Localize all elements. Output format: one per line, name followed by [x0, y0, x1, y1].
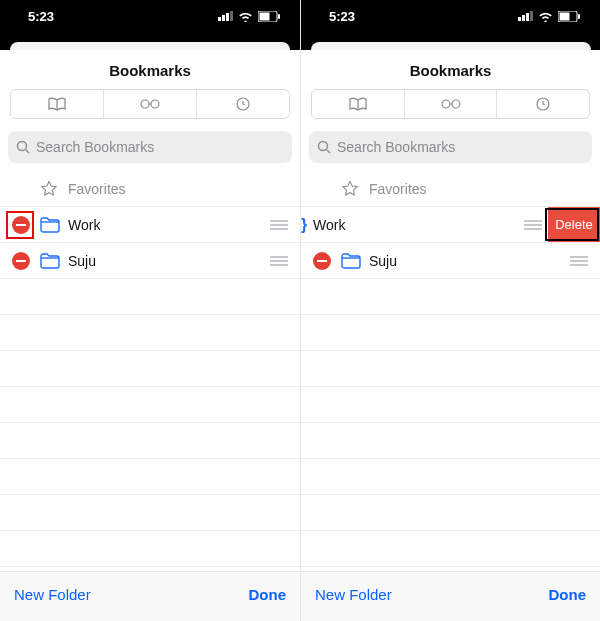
folder-icon	[341, 253, 361, 269]
drag-handle-icon[interactable]	[270, 220, 288, 230]
tab-bookmarks[interactable]	[11, 90, 103, 118]
page-title: Bookmarks	[0, 50, 300, 89]
drag-handle-icon[interactable]	[270, 256, 288, 266]
segmented-control[interactable]	[10, 89, 290, 119]
new-folder-button[interactable]: New Folder	[315, 586, 392, 603]
search-input[interactable]: Search Bookmarks	[309, 131, 592, 163]
favorites-label: Favorites	[369, 181, 427, 197]
delete-label: Delete	[555, 217, 593, 232]
folder-row-suju[interactable]: Suju	[0, 243, 300, 279]
done-button[interactable]: Done	[549, 586, 587, 603]
empty-row	[0, 459, 300, 495]
clock-icon	[536, 97, 550, 111]
folder-name: Suju	[369, 253, 397, 269]
search-icon	[317, 140, 331, 154]
folder-row-suju[interactable]: Suju	[301, 243, 600, 279]
folder-row-work[interactable]: Work	[0, 207, 300, 243]
folder-icon	[40, 217, 60, 233]
empty-row	[301, 495, 600, 531]
svg-rect-5	[260, 12, 270, 20]
svg-rect-1	[222, 15, 225, 21]
folder-name: Work	[313, 217, 345, 233]
empty-row	[0, 351, 300, 387]
svg-rect-2	[226, 13, 229, 21]
favorites-row[interactable]: Favorites	[0, 171, 300, 207]
empty-row	[301, 387, 600, 423]
tab-history[interactable]	[496, 90, 589, 118]
favorites-label: Favorites	[68, 181, 126, 197]
tab-bookmarks[interactable]	[312, 90, 404, 118]
folder-name: Work	[68, 217, 100, 233]
bookmarks-list: Favorites } Work Delete Suju	[301, 171, 600, 571]
empty-row	[0, 531, 300, 567]
search-input[interactable]: Search Bookmarks	[8, 131, 292, 163]
glasses-icon	[139, 99, 161, 109]
screenshot-right: 5:23 Bookmarks Search Bookmarks	[300, 0, 600, 621]
battery-icon	[558, 11, 580, 22]
star-icon	[40, 180, 58, 198]
book-icon	[348, 97, 368, 111]
favorites-row[interactable]: Favorites	[301, 171, 600, 207]
screenshot-left: 5:23 Bookmarks Search Bookmarks	[0, 0, 300, 621]
book-icon	[47, 97, 67, 111]
svg-rect-19	[530, 11, 533, 21]
svg-rect-16	[518, 17, 521, 21]
svg-line-29	[327, 150, 330, 153]
sheet-behind	[0, 38, 300, 50]
svg-line-13	[26, 150, 29, 153]
star-icon	[341, 180, 359, 198]
cellular-icon	[218, 11, 233, 21]
drag-handle-icon[interactable]	[570, 256, 588, 266]
status-bar: 5:23	[301, 0, 600, 38]
empty-row	[301, 351, 600, 387]
drag-handle-icon[interactable]	[524, 220, 542, 230]
cellular-icon	[518, 11, 533, 21]
svg-rect-18	[526, 13, 529, 21]
empty-row	[301, 279, 600, 315]
empty-row	[0, 423, 300, 459]
svg-rect-3	[230, 11, 233, 21]
bottom-toolbar: New Folder Done	[0, 571, 300, 621]
delete-minus-icon[interactable]	[12, 216, 30, 234]
search-placeholder: Search Bookmarks	[337, 139, 455, 155]
empty-row	[0, 279, 300, 315]
svg-rect-17	[522, 15, 525, 21]
empty-row	[0, 495, 300, 531]
svg-rect-21	[560, 12, 570, 20]
tab-history[interactable]	[196, 90, 289, 118]
empty-row	[0, 315, 300, 351]
svg-rect-22	[578, 14, 580, 19]
folder-icon	[40, 253, 60, 269]
folder-icon-partial: }	[301, 216, 307, 234]
svg-rect-6	[278, 14, 280, 19]
svg-point-9	[151, 100, 159, 108]
status-indicators	[518, 11, 580, 22]
sheet-behind	[301, 38, 600, 50]
svg-rect-0	[218, 17, 221, 21]
tab-reading-list[interactable]	[103, 90, 196, 118]
tab-reading-list[interactable]	[404, 90, 497, 118]
page-title: Bookmarks	[301, 50, 600, 89]
delete-button[interactable]: Delete	[548, 207, 600, 242]
empty-row	[301, 423, 600, 459]
delete-minus-icon[interactable]	[313, 252, 331, 270]
empty-row	[0, 387, 300, 423]
folder-name: Suju	[68, 253, 96, 269]
wifi-icon	[238, 11, 253, 22]
done-button[interactable]: Done	[249, 586, 287, 603]
empty-row	[301, 315, 600, 351]
new-folder-button[interactable]: New Folder	[14, 586, 91, 603]
folder-row-work-swiped[interactable]: } Work Delete	[301, 207, 600, 243]
empty-row	[301, 459, 600, 495]
delete-minus-icon[interactable]	[12, 252, 30, 270]
clock-icon	[236, 97, 250, 111]
status-indicators	[218, 11, 280, 22]
battery-icon	[258, 11, 280, 22]
status-bar: 5:23	[0, 0, 300, 38]
bookmarks-list: Favorites Work Suju	[0, 171, 300, 571]
status-time: 5:23	[329, 9, 355, 24]
segmented-control[interactable]	[311, 89, 590, 119]
bottom-toolbar: New Folder Done	[301, 571, 600, 621]
search-icon	[16, 140, 30, 154]
wifi-icon	[538, 11, 553, 22]
